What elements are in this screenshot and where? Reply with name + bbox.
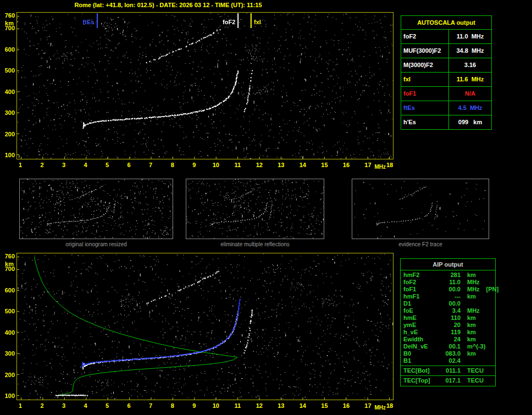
autoscala-output-table: AUTOSCALA output foF211.0 MHzMUF(3000)F2… <box>401 15 492 130</box>
aip-row-value: 011.1 <box>439 367 461 374</box>
aip-row-label: hmF2 <box>401 272 439 279</box>
x-axis-unit: MHz <box>374 405 389 411</box>
autoscala-row: h'Es099 km <box>401 115 491 129</box>
thumbnail-eliminate-canvas <box>186 179 324 239</box>
aip-row-unit: km <box>461 293 476 300</box>
aip-row-label: Ewidth <box>401 336 439 343</box>
autoscala-row-value: N/A <box>449 87 491 101</box>
marker-label-ftEs: ftEs <box>68 19 94 25</box>
aip-row-unit: km <box>461 329 476 336</box>
aip-row-label: TEC[Bot] <box>401 367 439 374</box>
marker-label-fxI: fxI <box>254 19 276 25</box>
x-axis-label: 10 <box>210 162 221 168</box>
aip-divider <box>401 375 495 376</box>
autoscala-row-label: fxI <box>401 73 449 86</box>
x-axis-label: 8 <box>167 402 178 409</box>
x-axis-label: 6 <box>124 402 135 409</box>
y-axis-label: 300 <box>1 350 15 357</box>
aip-row-label: B1 <box>401 357 439 364</box>
screen: Rome (lat: +41.8, lon: 012.5) - DATE: 20… <box>0 0 532 415</box>
y-axis-label: 300 <box>1 109 15 116</box>
x-axis-label: 1 <box>15 162 26 168</box>
aip-row-value: --- <box>439 293 461 300</box>
x-axis-label: 16 <box>341 162 352 168</box>
aip-row: foE3.4MHz <box>401 307 495 314</box>
y-axis-label: 760 <box>1 253 15 259</box>
aip-row-unit: km <box>461 336 476 343</box>
y-axis-label: 600 <box>1 46 15 53</box>
autoscala-row: ftEs4.5 MHz <box>401 101 491 115</box>
aip-row: ymE20km <box>401 322 495 329</box>
autoscala-row: MUF(3000)F234.8 MHz <box>401 44 491 58</box>
autoscala-row: foF211.0 MHz <box>401 30 491 44</box>
aip-row: TEC[Top]017.1TECU <box>401 377 495 384</box>
aip-row-label: ymE <box>401 322 439 329</box>
x-axis-label: 15 <box>319 402 330 409</box>
x-axis-label: 14 <box>297 402 308 409</box>
y-axis-label: 500 <box>1 67 15 74</box>
aip-row-unit: MHz <box>461 279 480 286</box>
aip-output-table: AIP output hmF2281kmfoF211.0MHzfoF100.0M… <box>400 258 496 386</box>
aip-row-value: 20 <box>439 322 461 329</box>
aip-row-label: foF1 <box>401 286 439 293</box>
ionogram-plot-bottom-with-profile <box>16 253 394 400</box>
aip-row-unit <box>461 357 467 364</box>
y-axis-label: 400 <box>1 88 15 95</box>
thumbnail-caption: eliminate multiple reflections <box>186 241 324 247</box>
thumbnail-original-canvas <box>20 179 173 239</box>
y-axis-label: 600 <box>1 287 15 294</box>
y-axis-label: 200 <box>1 131 15 137</box>
autoscala-table-title: AUTOSCALA output <box>401 16 491 30</box>
x-axis-label: 15 <box>319 162 330 168</box>
aip-row: Ewidth24km <box>401 336 495 343</box>
aip-row: hmF2281km <box>401 272 495 279</box>
ionogram-plot-top <box>16 12 394 159</box>
aip-row-unit <box>461 300 467 307</box>
aip-row: hmE110km <box>401 314 495 322</box>
autoscala-row: M(3000)F23.16 <box>401 58 491 73</box>
autoscala-row-label: ftEs <box>401 101 449 115</box>
x-axis-label: 17 <box>362 162 373 168</box>
aip-row-value: 24 <box>439 336 461 343</box>
autoscala-row-value: 3.16 <box>449 58 491 72</box>
aip-row: B102.4 <box>401 357 495 364</box>
autoscala-row: foF1N/A <box>401 87 491 101</box>
aip-row: DelN_vE00.1m^(-3) <box>401 343 495 350</box>
aip-row: foF211.0MHz <box>401 279 495 286</box>
thumbnail-original-ionogram <box>19 179 173 239</box>
x-axis-label: 17 <box>362 402 373 409</box>
y-axis-label: 100 <box>1 392 15 399</box>
aip-row-value: 281 <box>439 272 461 279</box>
aip-row-unit: km <box>461 272 476 279</box>
x-axis-label: 6 <box>124 162 135 168</box>
aip-row-value: 11.0 <box>439 279 461 286</box>
y-axis-unit: km <box>3 261 14 267</box>
aip-row: foF100.0MHz[PN] <box>401 286 495 293</box>
aip-row-value: 017.1 <box>439 377 461 384</box>
aip-divider <box>401 366 495 366</box>
x-axis-unit: MHz <box>374 164 389 170</box>
aip-row-value: 119 <box>439 329 461 336</box>
aip-row-unit: km <box>461 322 476 329</box>
thumbnail-caption: evidence F2 trace <box>352 241 489 247</box>
aip-row-label: hmE <box>401 314 439 322</box>
aip-row-label: D1 <box>401 300 439 307</box>
aip-row-value: 00.0 <box>439 286 461 293</box>
aip-row-value: 00.0 <box>439 300 461 307</box>
aip-row-label: DelN_vE <box>401 343 439 350</box>
x-axis-label: 1 <box>15 402 26 409</box>
x-axis-label: 5 <box>102 162 113 168</box>
thumbnail-eliminate-reflections <box>186 179 324 239</box>
y-axis-label: 400 <box>1 329 15 336</box>
autoscala-row-value: 099 km <box>449 115 491 129</box>
aip-row: TEC[Bot]011.1TECU <box>401 367 495 374</box>
y-axis-label: 100 <box>1 152 15 158</box>
aip-table-title: AIP output <box>401 259 495 270</box>
x-axis-label: 12 <box>254 162 265 168</box>
autoscala-row-label: MUF(3000)F2 <box>401 44 449 58</box>
x-axis-label: 7 <box>145 162 156 168</box>
autoscala-row-label: foF2 <box>401 30 449 43</box>
aip-row-unit: TECU <box>461 377 484 384</box>
aip-row-value: 3.4 <box>439 307 461 314</box>
aip-row-label: foF2 <box>401 279 439 286</box>
